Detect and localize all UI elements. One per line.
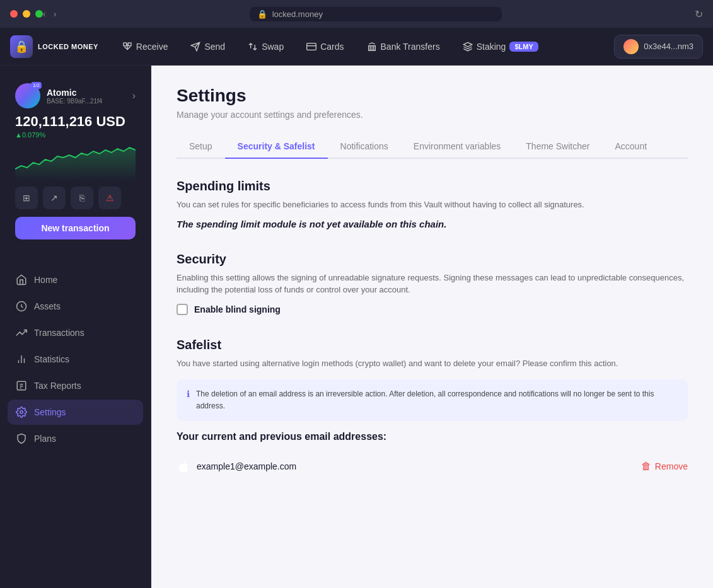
- titlebar-nav: ‹ ›: [43, 9, 56, 19]
- cards-icon: [306, 42, 316, 52]
- send-icon: [190, 42, 200, 52]
- tab-account[interactable]: Account: [602, 135, 659, 159]
- safelist-section: Safelist You have started using alternat…: [177, 338, 688, 481]
- staking-label: Staking: [477, 42, 506, 52]
- assets-icon: [15, 300, 28, 313]
- staking-badge: $LMY: [509, 42, 538, 52]
- apple-icon: [177, 460, 189, 473]
- topnav-right: 0x3e44...nm3: [614, 35, 703, 59]
- refresh-button[interactable]: ↻: [695, 8, 703, 20]
- tab-setup[interactable]: Setup: [177, 135, 225, 159]
- main-layout: 1/2 Atomic BASE: 9B9aF...21f4 › 120,111,…: [0, 66, 713, 588]
- page-subtitle: Manage your account settings and prefere…: [177, 110, 688, 120]
- swap-nav-item[interactable]: Swap: [239, 38, 293, 55]
- safelist-title: Safelist: [177, 338, 688, 352]
- blind-signing-row: Enable blind signing: [177, 304, 688, 315]
- external-link-button[interactable]: ↗: [43, 187, 66, 209]
- email-row: example1@example.com 🗑 Remove: [177, 453, 688, 480]
- swap-icon: [248, 42, 258, 52]
- bank-nav-item[interactable]: Bank Transfers: [358, 38, 449, 55]
- send-label: Send: [204, 42, 225, 52]
- maximize-dot[interactable]: [35, 10, 43, 18]
- url-text: locked.money: [272, 9, 323, 19]
- sidebar-actions: ⊞ ↗ ⎘ ⚠: [15, 187, 136, 209]
- sidebar-item-settings[interactable]: Settings: [8, 400, 143, 425]
- page-title: Settings: [177, 86, 688, 106]
- settings-tabs: Setup Security & Safelist Notifications …: [177, 135, 688, 159]
- sidebar-item-assets[interactable]: Assets: [8, 294, 143, 319]
- sidebar-item-plans[interactable]: Plans: [8, 426, 143, 451]
- warning-italic: not yet available: [310, 219, 383, 229]
- window-controls: [10, 10, 43, 18]
- url-bar[interactable]: 🔒 locked.money: [250, 7, 502, 21]
- grid-action-button[interactable]: ⊞: [15, 187, 38, 209]
- settings-label: Settings: [34, 407, 66, 417]
- wallet-button[interactable]: 0x3e44...nm3: [614, 35, 703, 59]
- spending-limits-title: Spending limits: [177, 179, 688, 193]
- copy-button[interactable]: ⎘: [71, 187, 93, 209]
- email-address: example1@example.com: [197, 461, 634, 471]
- account-card: 1/2 Atomic BASE: 9B9aF...21f4 › 120,111,…: [8, 76, 143, 252]
- sidebar-item-home[interactable]: Home: [8, 267, 143, 292]
- remove-email-button[interactable]: 🗑 Remove: [641, 461, 688, 472]
- close-dot[interactable]: [10, 10, 18, 18]
- back-button[interactable]: ‹: [43, 9, 46, 19]
- logo-text: LOCKED MONEY: [38, 43, 98, 50]
- lock-icon: 🔒: [257, 9, 267, 19]
- svg-rect-1: [128, 43, 131, 46]
- alert-button[interactable]: ⚠: [98, 187, 121, 209]
- home-icon: [15, 274, 28, 286]
- staking-nav-item[interactable]: Staking $LMY: [454, 38, 547, 55]
- sidebar-item-tax-reports[interactable]: Tax Reports: [8, 373, 143, 398]
- content-area: Settings Manage your account settings an…: [151, 66, 713, 588]
- tab-environment-variables[interactable]: Environment variables: [401, 135, 514, 159]
- security-section: Security Enabling this setting allows th…: [177, 252, 688, 315]
- spending-limits-desc: You can set rules for specific beneficia…: [177, 199, 688, 211]
- wallet-avatar: [623, 39, 639, 54]
- blind-signing-checkbox[interactable]: [177, 304, 188, 315]
- bank-icon: [367, 42, 377, 52]
- statistics-label: Statistics: [34, 354, 69, 364]
- transactions-label: Transactions: [34, 328, 84, 338]
- sidebar-item-transactions[interactable]: Transactions: [8, 320, 143, 345]
- account-avatar-wrapper: 1/2: [15, 83, 40, 108]
- home-label: Home: [34, 275, 57, 285]
- account-chevron-icon[interactable]: ›: [132, 90, 136, 101]
- statistics-icon: [15, 353, 28, 366]
- top-navigation: 🔒 LOCKED MONEY Receive Send Swap Cards B…: [0, 28, 713, 66]
- plans-label: Plans: [34, 434, 56, 444]
- send-nav-item[interactable]: Send: [182, 38, 234, 55]
- receive-nav-item[interactable]: Receive: [113, 38, 177, 55]
- tab-theme-switcher[interactable]: Theme Switcher: [513, 135, 602, 159]
- new-transaction-button[interactable]: New transaction: [15, 217, 136, 239]
- sidebar-item-statistics[interactable]: Statistics: [8, 347, 143, 372]
- blind-signing-label: Enable blind signing: [194, 304, 281, 314]
- cards-nav-item[interactable]: Cards: [298, 38, 352, 55]
- svg-rect-0: [124, 43, 127, 46]
- logo-icon: 🔒: [10, 35, 33, 58]
- plans-icon: [15, 432, 28, 445]
- trash-icon: 🗑: [641, 461, 651, 472]
- staking-icon: [463, 42, 473, 52]
- forward-button[interactable]: ›: [54, 9, 57, 19]
- info-icon: ℹ: [187, 389, 190, 399]
- spending-limits-section: Spending limits You can set rules for sp…: [177, 179, 688, 229]
- base-label: BASE:: [47, 98, 65, 105]
- base-value: 9B9aF...21f4: [67, 98, 102, 105]
- svg-point-12: [20, 411, 23, 414]
- wallet-address: 0x3e44...nm3: [644, 42, 693, 51]
- swap-label: Swap: [262, 42, 284, 52]
- tab-notifications[interactable]: Notifications: [328, 135, 401, 159]
- tab-security-safelist[interactable]: Security & Safelist: [225, 135, 328, 159]
- warning-text: The spending limit module is: [177, 219, 310, 229]
- warning-suffix: on this chain.: [386, 219, 447, 229]
- spending-limits-warning: The spending limit module is not yet ava…: [177, 219, 688, 229]
- titlebar: ‹ › 🔒 locked.money ↻: [0, 0, 713, 28]
- account-balance: 120,111,216 USD: [15, 113, 136, 130]
- account-name: Atomic: [47, 88, 102, 98]
- tax-reports-label: Tax Reports: [34, 381, 81, 391]
- account-info: Atomic BASE: 9B9aF...21f4: [47, 88, 102, 105]
- safelist-info-text: The deletion of an email address is an i…: [196, 388, 678, 412]
- receive-label: Receive: [136, 42, 168, 52]
- minimize-dot[interactable]: [23, 10, 30, 18]
